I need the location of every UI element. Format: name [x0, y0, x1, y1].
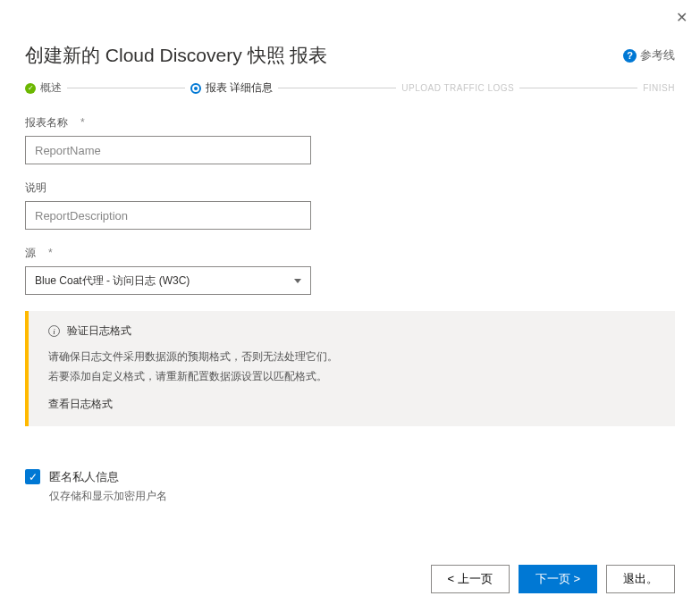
source-dropdown[interactable]: Blue Coat代理 - 访问日志 (W3C) — [25, 266, 311, 295]
step-finish: FINISH — [643, 83, 675, 93]
step-upload: UPLOAD TRAFFIC LOGS — [401, 83, 514, 93]
log-format-info-panel: i 验证日志格式 请确保日志文件采用数据源的预期格式，否则无法处理它们。 若要添… — [25, 311, 675, 426]
source-value: Blue Coat代理 - 访问日志 (W3C) — [35, 273, 190, 289]
step-overview[interactable]: ✓ 概述 — [25, 80, 62, 96]
anonymize-checkbox[interactable]: ✓ — [25, 469, 40, 484]
dialog-title: 创建新的 Cloud Discovery 快照 报表 — [25, 43, 327, 68]
info-line-2: 若要添加自定义格式，请重新配置数据源设置以匹配格式。 — [48, 367, 659, 387]
prev-button[interactable]: < 上一页 — [431, 565, 510, 593]
check-icon: ✓ — [25, 83, 36, 94]
anonymize-label: 匿名私人信息 — [49, 469, 167, 485]
close-icon[interactable]: ✕ — [676, 9, 687, 26]
chevron-down-icon — [294, 279, 301, 283]
help-link[interactable]: ? 参考线 — [623, 47, 675, 63]
wizard-stepper: ✓ 概述 报表 详细信息 UPLOAD TRAFFIC LOGS FINISH — [25, 80, 675, 96]
next-button[interactable]: 下一页 > — [519, 565, 597, 593]
help-icon: ? — [623, 49, 637, 63]
view-log-format-link[interactable]: 查看日志格式 — [48, 397, 659, 412]
description-input[interactable] — [25, 201, 311, 230]
info-title: 验证日志格式 — [67, 323, 131, 339]
info-line-1: 请确保日志文件采用数据源的预期格式，否则无法处理它们。 — [48, 348, 659, 367]
help-label: 参考线 — [640, 47, 675, 63]
current-step-icon — [190, 83, 201, 94]
exit-button[interactable]: 退出。 — [606, 565, 675, 593]
anonymize-sublabel: 仅存储和显示加密用户名 — [49, 489, 167, 504]
report-name-input[interactable] — [25, 136, 311, 164]
report-name-label: 报表名称* — [25, 115, 675, 130]
source-label: 源* — [25, 246, 675, 261]
info-icon: i — [48, 325, 60, 337]
step-details[interactable]: 报表 详细信息 — [190, 80, 273, 96]
description-label: 说明 — [25, 181, 675, 196]
